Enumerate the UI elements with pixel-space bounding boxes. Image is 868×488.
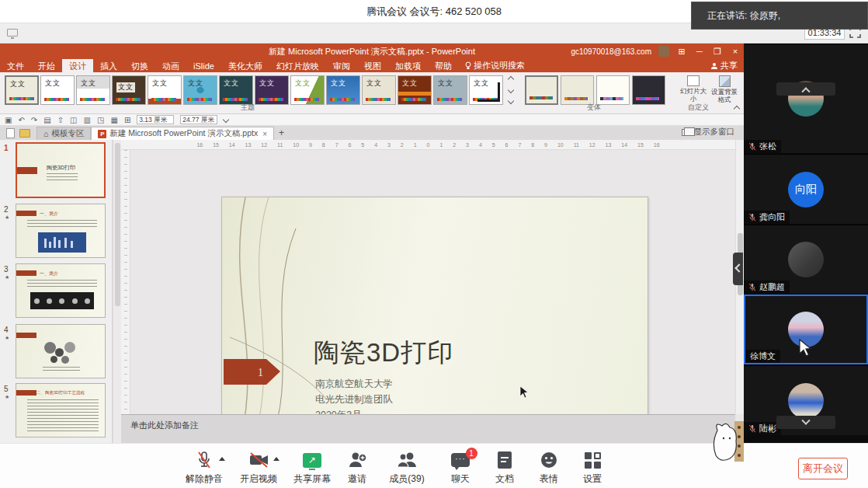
ppt-share-button[interactable]: 共享	[710, 60, 738, 71]
members-button[interactable]: 成员(39)	[380, 449, 434, 486]
variant-thumbnail[interactable]	[561, 75, 594, 105]
gallery-up-icon[interactable]	[508, 76, 514, 82]
sidebar-collapse-down[interactable]	[776, 416, 835, 429]
tab-home[interactable]: 开始	[31, 59, 62, 72]
slide-thumbnail-2[interactable]: 一、简介	[16, 204, 106, 258]
theme-thumbnail[interactable]: 文文	[40, 75, 75, 105]
mouse-cursor	[798, 339, 812, 357]
video-tile[interactable]: 张松	[744, 44, 868, 153]
slide-thumbnail-1[interactable]: 陶瓷3D打印	[16, 142, 106, 198]
qat-tool-icon[interactable]: ⊞	[124, 116, 130, 124]
video-tile[interactable]: 向阳 龚向阳	[744, 154, 868, 224]
thumbnail-number: 4	[4, 326, 9, 334]
tab-islide[interactable]: iSlide	[186, 59, 221, 72]
theme-thumbnail[interactable]: 文文	[148, 75, 182, 105]
redo-icon[interactable]: ↷	[31, 116, 37, 124]
slide-thumbnail-3[interactable]: 一、简介	[16, 263, 106, 318]
ribbon-collapse-icon[interactable]	[734, 106, 740, 112]
panel-collapse-icon[interactable]	[733, 253, 743, 285]
tab-slideshow[interactable]: 幻灯片放映	[269, 59, 326, 72]
restore-icon[interactable]: ❐	[712, 47, 723, 57]
qat-tool-icon[interactable]: ▥	[84, 116, 91, 124]
theme-thumbnail[interactable]: 文文	[362, 75, 396, 105]
ppt-account-avatar[interactable]	[658, 46, 669, 57]
video-tile[interactable]: 赵鹏超	[744, 225, 868, 294]
shape-height-field[interactable]: 3.13 厘米	[137, 115, 174, 124]
invite-button[interactable]: 邀请	[330, 449, 384, 486]
tab-close-icon[interactable]: ×	[262, 130, 267, 138]
tab-beautify[interactable]: 美化大师	[221, 59, 269, 72]
mic-muted-icon	[748, 424, 756, 434]
theme-thumbnail[interactable]: 文文	[469, 75, 503, 105]
tab-view[interactable]: 视图	[357, 59, 388, 72]
theme-thumbnail[interactable]: 文文	[112, 75, 146, 105]
slide-thumbnail-4[interactable]	[16, 324, 106, 378]
person-icon	[710, 62, 718, 70]
tab-template-zone[interactable]: ⌂ 模板专区	[36, 127, 91, 140]
slide-cursor	[519, 385, 529, 399]
tab-current-file[interactable]: P 新建 Microsoft PowerPoint 演示文稿.pptx ×	[91, 127, 274, 140]
minimize-icon[interactable]: ─	[694, 47, 705, 56]
slide-title[interactable]: 陶瓷3D打印	[314, 336, 453, 371]
theme-thumbnail[interactable]: 文文	[290, 75, 325, 105]
new-tab-icon[interactable]: +	[279, 127, 284, 138]
tab-file[interactable]: 文件	[0, 59, 31, 72]
theme-thumbnail[interactable]: 文文	[219, 75, 253, 105]
ppt-account-email: gc10970018@163.com	[571, 47, 651, 56]
tab-review[interactable]: 审阅	[326, 59, 357, 72]
theme-thumbnail[interactable]: 文文	[398, 75, 432, 105]
mic-options-caret[interactable]	[219, 457, 225, 461]
sidebar-collapse-up[interactable]	[776, 82, 835, 96]
svg-text:1: 1	[258, 367, 263, 378]
theme-thumbnail[interactable]: 文文	[326, 75, 360, 105]
tell-me-search[interactable]: 操作说明搜索	[459, 59, 531, 72]
qat-tool-icon[interactable]: ⇧	[57, 116, 64, 124]
variant-thumbnail[interactable]	[596, 75, 630, 105]
slide-subtitle[interactable]: 电光先进制造团队	[315, 393, 393, 406]
document-icon	[498, 451, 512, 469]
show-multi-window-button[interactable]: 显示多窗口	[682, 127, 735, 138]
leave-meeting-button[interactable]: 离开会议	[798, 458, 848, 479]
tab-insert[interactable]: 插入	[93, 59, 124, 72]
thumbnail-scrollbar[interactable]	[113, 140, 121, 443]
notes-pane[interactable]: 单击此处添加备注	[121, 414, 735, 443]
variant-thumbnail[interactable]	[525, 75, 558, 105]
ribbon-display-options-icon[interactable]: ⊞	[676, 47, 687, 57]
qat-tool-icon[interactable]: ◫	[70, 116, 77, 124]
tab-animations[interactable]: 动画	[155, 59, 186, 72]
theme-thumbnail[interactable]: 文文	[433, 75, 467, 105]
settings-button[interactable]: 设置	[565, 449, 620, 486]
camera-options-caret[interactable]	[273, 457, 279, 461]
tab-addins[interactable]: 加载项	[388, 59, 428, 72]
gallery-more-icon[interactable]	[508, 98, 514, 104]
start-video-button[interactable]: 开启视频	[231, 449, 286, 486]
variant-thumbnail[interactable]	[632, 75, 665, 105]
theme-thumbnail[interactable]: 文文	[255, 75, 289, 105]
tab-transitions[interactable]: 切换	[124, 59, 155, 72]
gallery-down-icon[interactable]	[508, 87, 514, 93]
tab-design[interactable]: 设计	[62, 59, 93, 72]
slide-size-icon	[687, 75, 700, 86]
undo-icon[interactable]: ↶	[18, 116, 24, 124]
format-background-button[interactable]: 设置背景格式	[711, 75, 738, 104]
open-folder-icon[interactable]	[19, 129, 30, 138]
qat-tool-icon[interactable]: ◳	[97, 116, 104, 124]
close-icon[interactable]: ×	[730, 47, 741, 56]
new-file-icon[interactable]	[6, 128, 15, 138]
theme-thumbnail[interactable]: 文文	[183, 75, 217, 105]
slide-size-button[interactable]: 幻灯片大小	[680, 75, 707, 104]
tab-help[interactable]: 帮助	[428, 59, 459, 72]
speaking-toast-text: 正在讲话: 徐原野,	[707, 10, 780, 21]
qat-customize-icon[interactable]	[223, 117, 229, 123]
slide-subtitle[interactable]: 南京航空航天大学	[315, 378, 393, 391]
qat-tool-icon[interactable]: ▦	[110, 116, 117, 124]
theme-thumbnail[interactable]: 文文	[5, 75, 39, 105]
save-icon[interactable]: ▣	[5, 116, 12, 124]
group-label-variants: 变体	[587, 103, 601, 113]
slide-thumbnail-5[interactable]: 二、陶瓷3D打印工艺流程	[16, 383, 106, 437]
group-label-themes: 主题	[241, 103, 255, 113]
shape-width-field[interactable]: 24.77 厘米	[180, 115, 217, 124]
theme-thumbnail[interactable]: 文文	[76, 75, 110, 105]
unmute-button[interactable]: 解除静音	[177, 449, 231, 486]
start-slideshow-icon[interactable]: ▤	[43, 116, 50, 124]
